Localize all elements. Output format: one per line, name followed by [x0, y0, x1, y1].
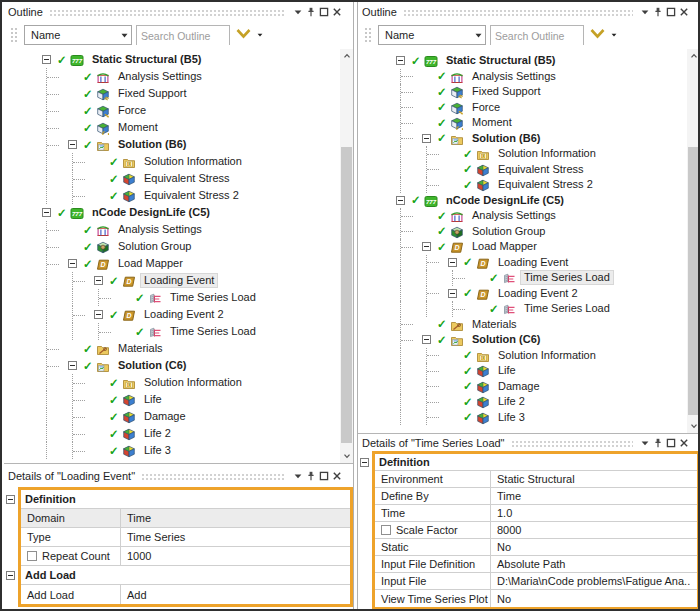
tree-item[interactable]: ✓Analysis Settings — [358, 208, 700, 224]
vertical-scrollbar[interactable] — [687, 49, 700, 433]
collapse-expander-icon[interactable] — [448, 289, 457, 298]
header-drag-texture[interactable] — [511, 440, 633, 449]
search-outline-input[interactable] — [137, 27, 229, 45]
collapse-expander-icon[interactable] — [94, 310, 103, 319]
tree-item[interactable]: ✓Time Series Load — [358, 301, 700, 317]
details-property-value[interactable]: 8000 — [491, 524, 697, 536]
chevron-up-icon[interactable] — [340, 49, 353, 63]
details-property-value[interactable]: D:\Maria\nCode problems\Fatigue Ana.. — [491, 575, 697, 587]
tree-item[interactable]: ✓777Static Structural (B5) — [4, 51, 353, 68]
overflow-arrow-icon[interactable] — [610, 26, 618, 44]
tree-item[interactable]: ✓Life — [4, 391, 353, 408]
collapse-icon[interactable] — [6, 495, 15, 504]
tree-item[interactable]: ✓Fixed Support — [4, 85, 353, 102]
tree-item[interactable]: ✓iSolution Information — [358, 348, 700, 364]
tree-item[interactable]: ✓DLoading Event 2 — [4, 306, 353, 323]
tree-item[interactable]: ✓Fixed Support — [358, 84, 700, 100]
checkbox[interactable] — [381, 525, 391, 535]
tree-item[interactable]: ✓777Static Structural (B5) — [358, 53, 700, 69]
search-outline-input[interactable] — [491, 27, 583, 45]
header-drag-texture[interactable] — [141, 473, 286, 482]
tree-item[interactable]: ✓Solution (B6) — [4, 136, 353, 153]
tree-item[interactable]: ✓Equivalent Stress — [4, 170, 353, 187]
tree-item[interactable]: ✓Force — [4, 102, 353, 119]
tree-item[interactable]: ✓Damage — [358, 379, 700, 395]
tree-item[interactable]: ✓Life 3 — [358, 410, 700, 426]
details-property-value[interactable]: Add — [121, 589, 350, 601]
collapse-expander-icon[interactable] — [42, 208, 51, 217]
window-menu-icon[interactable] — [639, 6, 651, 18]
window-menu-icon[interactable] — [292, 6, 304, 18]
toolbar-grip[interactable] — [10, 27, 17, 44]
collapse-expander-icon[interactable] — [396, 196, 405, 205]
tree-item[interactable]: ✓Life 2 — [4, 425, 353, 442]
tree-item[interactable]: ✓Analysis Settings — [358, 69, 700, 85]
close-icon[interactable] — [678, 6, 690, 18]
maximize-icon[interactable] — [665, 437, 677, 449]
chevron-down-icon[interactable] — [340, 449, 353, 463]
tree-item[interactable]: ✓777nCode DesignLife (C5) — [4, 204, 353, 221]
chevron-up-icon[interactable] — [687, 49, 700, 63]
tree-item[interactable]: ✓DLoad Mapper — [4, 255, 353, 272]
tree-item[interactable]: ✓iSolution Information — [4, 153, 353, 170]
tree-item[interactable]: ✓Solution (B6) — [358, 131, 700, 147]
scrollbar-track[interactable] — [687, 63, 700, 419]
scrollbar-thumb[interactable] — [688, 147, 699, 415]
pin-icon[interactable] — [305, 470, 317, 482]
toolbar-grip[interactable] — [364, 27, 371, 44]
tree-item[interactable]: ✓Analysis Settings — [4, 221, 353, 238]
details-property-value[interactable]: Time — [491, 490, 697, 502]
tree-item[interactable]: ✓Solution Group — [4, 238, 353, 255]
tree-item[interactable]: ✓Solution (C6) — [4, 357, 353, 374]
close-icon[interactable] — [331, 6, 343, 18]
tree-item[interactable]: ✓777nCode DesignLife (C5) — [358, 193, 700, 209]
window-menu-icon[interactable] — [292, 470, 304, 482]
tree-item[interactable]: ✓Life 2 — [358, 394, 700, 410]
tree-item[interactable]: ✓Equivalent Stress — [358, 162, 700, 178]
details-property-value[interactable]: Absolute Path — [491, 558, 697, 570]
maximize-icon[interactable] — [665, 6, 677, 18]
collapse-expander-icon[interactable] — [396, 56, 405, 65]
tree-item[interactable]: ✓iSolution Information — [358, 146, 700, 162]
scrollbar-thumb[interactable] — [341, 147, 352, 443]
pin-icon[interactable] — [652, 437, 664, 449]
collapse-expander-icon[interactable] — [94, 276, 103, 285]
details-property-value[interactable]: No — [491, 541, 697, 553]
collapse-icon[interactable] — [6, 571, 15, 580]
tree-item[interactable]: ✓DLoading Event 2 — [358, 286, 700, 302]
tree-item[interactable]: ✓Life — [358, 363, 700, 379]
close-icon[interactable] — [678, 437, 690, 449]
maximize-icon[interactable] — [318, 6, 330, 18]
tree-item[interactable]: ✓Life 3 — [4, 442, 353, 459]
collapse-expander-icon[interactable] — [68, 259, 77, 268]
tree-item[interactable]: ✓iSolution Information — [4, 374, 353, 391]
collapse-expander-icon[interactable] — [422, 134, 431, 143]
pin-icon[interactable] — [652, 6, 664, 18]
tree-item[interactable]: ✓Solution (C6) — [358, 332, 700, 348]
vertical-scrollbar[interactable] — [340, 49, 353, 463]
header-drag-texture[interactable] — [403, 9, 633, 18]
chevron-down-icon[interactable] — [687, 419, 700, 433]
name-filter-dropdown[interactable]: Name — [378, 25, 486, 45]
collapse-expander-icon[interactable] — [422, 242, 431, 251]
tree-item[interactable]: ✓Analysis Settings — [4, 68, 353, 85]
tree-item[interactable]: ✓Time Series Load — [4, 323, 353, 340]
details-property-value[interactable]: 1.0 — [491, 507, 697, 519]
collapse-expander-icon[interactable] — [448, 258, 457, 267]
tree-item[interactable]: ✓Time Series Load — [358, 270, 700, 286]
collapse-expander-icon[interactable] — [422, 335, 431, 344]
details-property-value[interactable]: Time — [121, 512, 350, 524]
details-property-value[interactable]: Static Structural — [491, 473, 697, 485]
tree-item[interactable]: ✓Solution Group — [358, 224, 700, 240]
tree-item[interactable]: ✓Moment — [4, 119, 353, 136]
tree-item[interactable]: ✓Force — [358, 100, 700, 116]
collapse-expander-icon[interactable] — [68, 140, 77, 149]
filter-chevron-icon[interactable] — [589, 26, 606, 44]
window-menu-icon[interactable] — [639, 437, 651, 449]
details-property-value[interactable]: 1000 — [121, 550, 350, 562]
overflow-arrow-icon[interactable] — [256, 26, 264, 44]
tree-item[interactable]: ✓DLoad Mapper — [358, 239, 700, 255]
dropdown-arrow-icon[interactable] — [471, 31, 485, 40]
dropdown-arrow-icon[interactable] — [117, 31, 131, 40]
tree-item[interactable]: ✓Equivalent Stress 2 — [358, 177, 700, 193]
